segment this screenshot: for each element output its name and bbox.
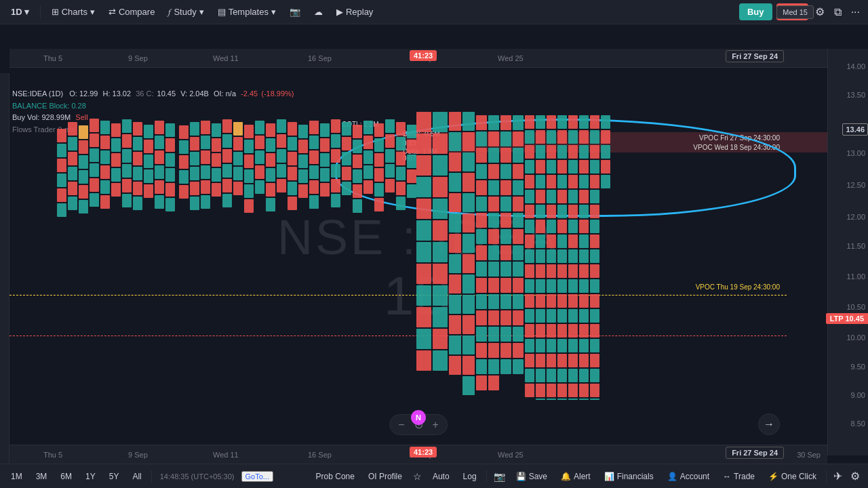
svg-rect-425	[590, 175, 599, 188]
svg-rect-42	[133, 137, 142, 150]
svg-rect-57	[155, 195, 164, 209]
date-thu5-top: Thu 5	[43, 54, 62, 62]
svg-rect-245	[476, 262, 487, 277]
oi-profile-button[interactable]: OI Profile	[363, 469, 408, 484]
timeframe-button[interactable]: 1D ▾	[5, 4, 35, 20]
svg-rect-113	[222, 164, 232, 178]
snapshot-button[interactable]: 📷	[284, 4, 306, 20]
star-icon[interactable]: ☆	[410, 468, 425, 485]
telegram-icon[interactable]: ✈	[831, 467, 845, 485]
svg-rect-68	[416, 199, 431, 219]
svg-rect-11	[68, 197, 77, 210]
svg-rect-344	[547, 160, 556, 174]
svg-rect-292	[513, 213, 524, 228]
svg-rect-111	[222, 134, 232, 148]
svg-rect-290	[513, 180, 524, 195]
5y-button[interactable]: 5Y	[104, 469, 125, 484]
auto-button[interactable]: Auto	[427, 469, 455, 484]
zoom-out-button[interactable]: −	[394, 417, 408, 432]
svg-rect-408	[579, 220, 589, 233]
chevron-down-icon-templates: ▾	[271, 7, 276, 17]
save-button[interactable]: 💾 Save	[511, 469, 553, 484]
svg-rect-393	[568, 294, 578, 308]
svg-rect-387	[568, 205, 578, 218]
svg-rect-438	[590, 369, 599, 382]
svg-rect-342	[547, 130, 556, 144]
layers-icon[interactable]: ⧉	[831, 3, 844, 21]
svg-rect-420	[579, 399, 589, 400]
svg-rect-230	[462, 274, 475, 293]
1m-button[interactable]: 1M	[5, 469, 28, 484]
svg-rect-416	[579, 339, 589, 352]
save-label: Save	[529, 472, 547, 481]
svg-rect-153	[298, 184, 308, 198]
date-wed11-top: Wed 11	[213, 54, 239, 62]
ohlc-open: O: 12.99	[69, 89, 98, 98]
log-button[interactable]: Log	[458, 469, 482, 484]
charts-button[interactable]: ⊞ Charts ▾	[46, 4, 100, 20]
svg-rect-174	[342, 167, 351, 180]
goto-button[interactable]: GoTo...	[241, 471, 273, 482]
svg-rect-216	[449, 254, 461, 273]
1y-button[interactable]: 1Y	[80, 469, 101, 484]
chevron-down-icon: ▾	[24, 7, 29, 17]
chart-bg[interactable]: NSE : IDEA 1D NSE:IDEA (1D) O: 12.99 H: …	[9, 68, 827, 469]
settings-bottom-icon[interactable]: ⚙	[848, 467, 863, 485]
svg-rect-152	[298, 169, 308, 183]
delta-callout-1: Delta: -0.6M	[403, 130, 439, 138]
svg-rect-76	[433, 112, 448, 132]
svg-rect-360	[547, 399, 556, 400]
svg-rect-190	[374, 168, 384, 182]
replay-button[interactable]: ▶ Replay	[331, 4, 378, 20]
svg-rect-426	[590, 190, 599, 203]
svg-rect-337	[536, 354, 545, 367]
trade-button[interactable]: ↔ Trade	[717, 469, 760, 484]
svg-rect-225	[462, 173, 475, 192]
svg-rect-81	[433, 220, 448, 241]
templates-button[interactable]: ▤ Templates ▾	[212, 4, 281, 20]
prob-cone-button[interactable]: Prob Cone	[311, 469, 360, 484]
svg-rect-271	[500, 131, 511, 146]
svg-rect-279	[500, 262, 511, 277]
svg-rect-333	[536, 294, 545, 308]
svg-rect-409	[579, 235, 589, 248]
sell-vol: Sell	[75, 113, 87, 121]
left-sidebar	[0, 73, 9, 488]
svg-rect-120	[233, 182, 243, 195]
screenshot-icon[interactable]: 📷	[491, 468, 508, 485]
svg-rect-313	[525, 279, 534, 293]
date-16sep-top: 16 Sep	[308, 54, 332, 62]
settings-icon[interactable]: ⚙	[812, 3, 827, 21]
buy-button[interactable]: Buy	[739, 3, 772, 20]
svg-rect-401	[579, 115, 589, 129]
forward-button[interactable]: →	[758, 413, 780, 435]
svg-rect-336	[536, 339, 545, 352]
svg-rect-395	[568, 324, 578, 338]
financials-button[interactable]: 📊 Financials	[599, 469, 659, 484]
svg-rect-38	[122, 164, 132, 178]
3m-button[interactable]: 3M	[31, 469, 53, 484]
price-cursor-value: 13.46	[846, 125, 865, 134]
zoom-in-button[interactable]: +	[429, 417, 443, 432]
svg-rect-234	[462, 356, 475, 375]
toolbar-right: Med 15 Buy Sell ⚙ ⧉ ···	[739, 3, 863, 21]
svg-rect-183	[363, 136, 373, 149]
all-button[interactable]: All	[127, 469, 146, 484]
alert-button[interactable]: 🔔 Alert	[555, 469, 596, 484]
svg-rect-2	[57, 159, 66, 172]
compare-button[interactable]: ⇄ Compare	[103, 4, 160, 20]
svg-rect-428	[590, 220, 599, 233]
svg-rect-413	[579, 294, 589, 308]
publish-button[interactable]: ☁	[309, 4, 328, 20]
svg-rect-213	[449, 193, 461, 212]
more-icon[interactable]: ···	[848, 3, 863, 21]
study-button[interactable]: 𝑓 Study ▾	[163, 4, 209, 20]
svg-rect-251	[476, 359, 487, 374]
ltp-label: LTP	[830, 314, 846, 323]
account-button[interactable]: 👤 Account	[662, 469, 715, 484]
svg-rect-223	[462, 132, 475, 151]
svg-rect-94	[190, 137, 199, 150]
svg-rect-291	[513, 197, 524, 211]
oneclick-button[interactable]: ⚡ One Click	[763, 469, 822, 484]
6m-button[interactable]: 6M	[55, 469, 77, 484]
